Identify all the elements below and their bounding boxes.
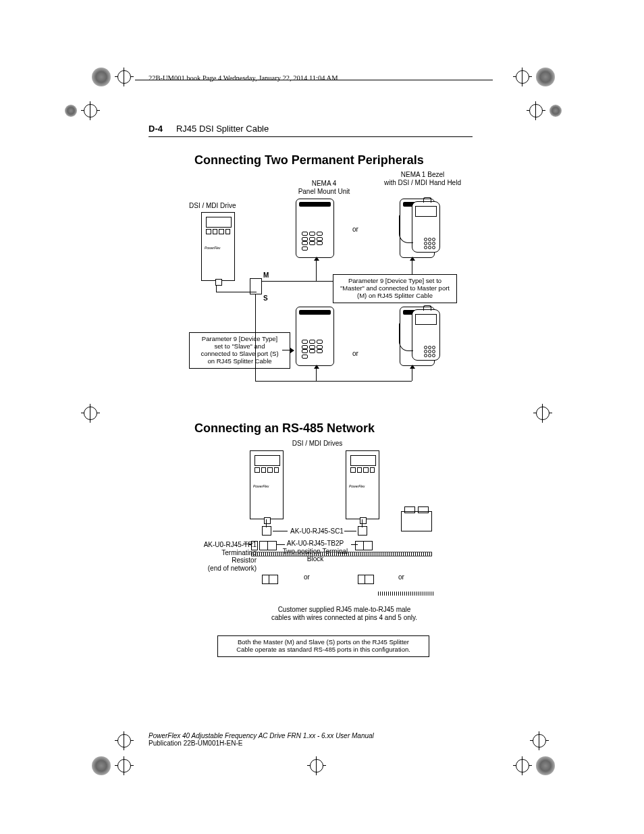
note-both-ports: Both the Master (M) and Slave (S) ports … bbox=[217, 635, 429, 657]
chapter-title: RJ45 DSI Splitter Cable bbox=[176, 124, 269, 134]
handheld-icon-2 bbox=[412, 309, 440, 361]
drive-unit-icon: PowerFlex bbox=[201, 212, 235, 281]
bus-segment-icon bbox=[378, 552, 435, 556]
rj-connector-icon bbox=[262, 526, 271, 536]
section-heading-peripherals: Connecting Two Permanent Peripherals bbox=[194, 153, 493, 167]
rj-male-icon bbox=[365, 575, 374, 584]
label-tr1: AK-U0-RJ45-TR1 Terminating Resistor (end… bbox=[196, 541, 257, 572]
note-master: Parameter 9 [Device Type] set to "Master… bbox=[333, 274, 457, 303]
label-or-top: or bbox=[352, 226, 358, 234]
label-nema1: NEMA 1 Bezel with DSI / MDI Hand Held bbox=[375, 171, 470, 186]
terminal-block-icon bbox=[363, 541, 373, 550]
label-s: S bbox=[263, 294, 268, 303]
handheld-icon bbox=[412, 201, 440, 253]
crop-mark-tl bbox=[88, 68, 134, 86]
crop-mark-bc bbox=[307, 756, 326, 775]
label-or-bottom: or bbox=[352, 350, 358, 358]
crop-mark-bl bbox=[88, 756, 134, 775]
crop-mark-tl2 bbox=[61, 101, 100, 120]
crop-mark-tr2 bbox=[527, 101, 566, 120]
terminal-block-icon bbox=[267, 541, 277, 550]
page-number: D-4 bbox=[149, 124, 163, 134]
nema4-panel-icon bbox=[296, 199, 334, 258]
label-sc1: AK-U0-RJ45-SC1 bbox=[290, 527, 344, 536]
crop-mark-br2 bbox=[530, 731, 549, 750]
page-footer: PowerFlex 40 Adjustable Frequency AC Dri… bbox=[149, 732, 374, 747]
crop-mark-tr bbox=[513, 68, 559, 86]
crop-mark-mr bbox=[533, 404, 552, 423]
drive-unit-icon-2: PowerFlex bbox=[250, 450, 284, 519]
crop-mark-ml bbox=[81, 404, 100, 423]
rj-male-icon bbox=[269, 575, 278, 584]
section-heading-rs485: Connecting an RS-485 Network bbox=[194, 421, 493, 436]
label-or-2b: or bbox=[398, 573, 404, 581]
dual-rj-splitter-icon bbox=[401, 511, 432, 531]
crop-mark-bl2 bbox=[115, 731, 134, 750]
label-or-2a: or bbox=[304, 573, 310, 581]
label-drives: DSI / MDI Drives bbox=[270, 440, 365, 448]
label-drive: DSI / MDI Drive bbox=[189, 202, 236, 210]
nema4-panel-icon-2 bbox=[296, 307, 334, 366]
label-nema4: NEMA 4 Panel Mount Unit bbox=[284, 180, 365, 195]
bus-segment-icon bbox=[378, 592, 435, 596]
note-slave: Parameter 9 [Device Type] set to "Slave"… bbox=[189, 332, 290, 369]
drive-unit-icon-3: PowerFlex bbox=[346, 450, 379, 519]
page-heading: D-4 RJ45 DSI Splitter Cable bbox=[149, 124, 493, 134]
crop-mark-br bbox=[513, 756, 559, 775]
rj-connector-icon bbox=[358, 526, 367, 536]
label-customer-cable: Customer supplied RJ45 male-to-RJ45 male… bbox=[257, 606, 432, 621]
label-m: M bbox=[263, 271, 269, 280]
